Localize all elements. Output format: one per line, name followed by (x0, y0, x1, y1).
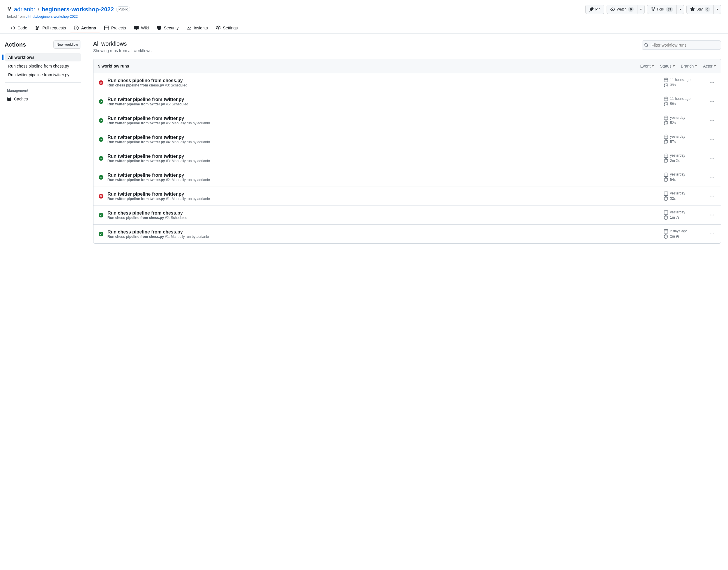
run-workflow-name[interactable]: Run twitter pipeline from twitter.py (107, 178, 165, 182)
run-time: yesterday (670, 191, 685, 195)
success-icon (98, 156, 104, 161)
run-meta: yesterday 2m 2s (664, 153, 704, 164)
run-workflow-name[interactable]: Run chess pipeline from chess.py (107, 216, 164, 220)
star-button[interactable]: Star 0 (686, 5, 714, 14)
filter-actor[interactable]: Actor (703, 64, 716, 68)
calendar-icon (664, 134, 668, 139)
kebab-icon (710, 118, 714, 123)
watch-button[interactable]: Watch 0 (606, 5, 638, 14)
run-duration: 58s (670, 102, 676, 106)
watch-dropdown[interactable] (638, 5, 645, 14)
run-menu-button[interactable] (708, 137, 716, 142)
run-menu-button[interactable] (708, 156, 716, 161)
run-workflow-name[interactable]: Run twitter pipeline from twitter.py (107, 121, 165, 125)
run-trigger: Manually run by adrianbr (172, 140, 210, 144)
page-title: All workflows (93, 40, 152, 47)
run-title-link[interactable]: Run twitter pipeline from twitter.py (107, 192, 184, 197)
run-row: Run twitter pipeline from twitter.pyRun … (93, 130, 721, 149)
run-title-link[interactable]: Run chess pipeline from chess.py (107, 229, 183, 234)
run-menu-button[interactable] (708, 80, 716, 85)
repo-owner-link[interactable]: adrianbr (14, 6, 35, 13)
run-workflow-name[interactable]: Run twitter pipeline from twitter.py (107, 197, 165, 201)
fork-count: 39 (666, 7, 673, 12)
run-meta: 2 days ago 2m 9s (664, 229, 704, 239)
fork-button[interactable]: Fork 39 (647, 5, 677, 14)
run-duration: 32s (670, 197, 676, 201)
star-dropdown[interactable] (714, 5, 721, 14)
code-icon (10, 26, 15, 30)
run-number: #2 (166, 178, 170, 182)
kebab-icon (710, 156, 714, 161)
tab-pull-requests[interactable]: Pull requests (32, 23, 69, 33)
run-main: Run twitter pipeline from twitter.pyRun … (107, 154, 660, 163)
run-number: #2 (165, 216, 169, 220)
kebab-icon (710, 99, 714, 104)
actions-sidebar: Actions New workflow All workflows Run c… (0, 33, 86, 251)
run-number: #5 (166, 121, 170, 125)
run-time: yesterday (670, 154, 685, 158)
run-title-link[interactable]: Run twitter pipeline from twitter.py (107, 173, 184, 178)
run-workflow-name[interactable]: Run chess pipeline from chess.py (107, 235, 164, 239)
success-icon (98, 232, 104, 236)
filter-branch[interactable]: Branch (681, 64, 697, 68)
run-title-link[interactable]: Run twitter pipeline from twitter.py (107, 97, 184, 102)
run-title-link[interactable]: Run twitter pipeline from twitter.py (107, 116, 184, 121)
run-subtitle: Run chess pipeline from chess.py #3: Sch… (107, 83, 660, 87)
fork-icon (7, 7, 12, 12)
fork-icon (651, 7, 656, 12)
run-menu-button[interactable] (708, 194, 716, 199)
run-meta: yesterday 52s (664, 115, 704, 126)
failure-icon (98, 80, 104, 85)
run-number: #1 (166, 197, 170, 201)
run-title-link[interactable]: Run chess pipeline from chess.py (107, 211, 183, 216)
forked-from-link[interactable]: dlt-hub/beginners-workshop-2022 (26, 15, 78, 19)
filter-runs-input[interactable] (642, 40, 721, 50)
run-menu-button[interactable] (708, 99, 716, 104)
run-workflow-name[interactable]: Run twitter pipeline from twitter.py (107, 140, 165, 144)
run-menu-button[interactable] (708, 232, 716, 236)
tab-actions[interactable]: Actions (70, 23, 99, 33)
run-subtitle: Run twitter pipeline from twitter.py #3:… (107, 159, 660, 163)
run-subtitle: Run twitter pipeline from twitter.py #5:… (107, 121, 660, 125)
tab-security[interactable]: Security (154, 23, 182, 33)
run-workflow-name[interactable]: Run twitter pipeline from twitter.py (107, 159, 165, 163)
run-menu-button[interactable] (708, 213, 716, 218)
run-workflow-name[interactable]: Run chess pipeline from chess.py (107, 83, 164, 87)
run-trigger: Manually run by adrianbr (172, 197, 210, 201)
run-number: #6 (166, 102, 170, 106)
tab-projects[interactable]: Projects (101, 23, 130, 33)
run-menu-button[interactable] (708, 118, 716, 123)
run-time: 11 hours ago (670, 97, 690, 101)
sidebar-item-caches[interactable]: Caches (5, 95, 81, 103)
new-workflow-button[interactable]: New workflow (53, 40, 81, 49)
run-title-link[interactable]: Run twitter pipeline from twitter.py (107, 154, 184, 159)
run-title-link[interactable]: Run twitter pipeline from twitter.py (107, 135, 184, 140)
sidebar-item-workflow[interactable]: Run chess pipeline from chess.py (5, 62, 81, 70)
calendar-icon (664, 172, 668, 177)
pin-button[interactable]: Pin (585, 5, 604, 14)
run-workflow-name[interactable]: Run twitter pipeline from twitter.py (107, 102, 165, 106)
run-meta: yesterday 32s (664, 191, 704, 202)
run-duration: 39s (670, 83, 676, 87)
run-main: Run twitter pipeline from twitter.pyRun … (107, 173, 660, 182)
tab-insights[interactable]: Insights (183, 23, 211, 33)
calendar-icon (664, 191, 668, 196)
run-subtitle: Run chess pipeline from chess.py #1: Man… (107, 235, 660, 239)
run-trigger: Scheduled (172, 102, 188, 106)
caret-down-icon (714, 65, 716, 67)
fork-dropdown[interactable] (677, 5, 684, 14)
tab-code[interactable]: Code (7, 23, 31, 33)
shield-icon (157, 26, 162, 30)
run-menu-button[interactable] (708, 175, 716, 180)
tab-wiki[interactable]: Wiki (131, 23, 152, 33)
failure-icon (98, 194, 104, 199)
filter-event[interactable]: Event (640, 64, 654, 68)
tab-settings[interactable]: Settings (213, 23, 241, 33)
repo-name-link[interactable]: beginners-workshop-2022 (42, 6, 114, 13)
run-title-link[interactable]: Run chess pipeline from chess.py (107, 78, 183, 83)
filter-status[interactable]: Status (660, 64, 675, 68)
calendar-icon (664, 229, 668, 234)
gear-icon (216, 26, 221, 30)
sidebar-item-workflow[interactable]: Run twitter pipeline from twitter.py (5, 71, 81, 79)
sidebar-item-all-workflows[interactable]: All workflows (5, 53, 81, 61)
